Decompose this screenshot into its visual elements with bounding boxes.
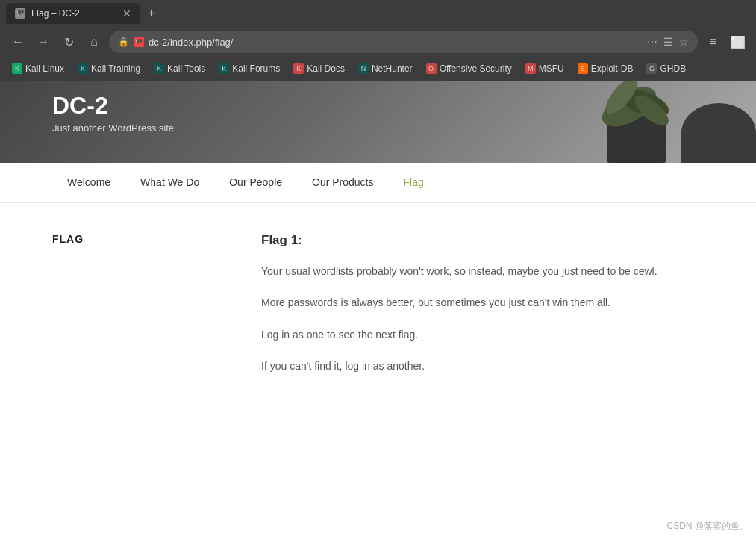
nav-link-flag[interactable]: Flag	[389, 163, 439, 202]
plant-leaves-svg	[592, 81, 681, 133]
bookmark-kali-forums[interactable]: K Kali Forums	[213, 61, 286, 76]
bookmark-kali-training[interactable]: K Kali Training	[72, 61, 146, 76]
browser-chrome: 🏴 Flag – DC-2 ✕ + ← → ↻ ⌂ 🔒 🏴 dc-2/index…	[0, 0, 756, 81]
site-subtitle: Just another WordPress site	[52, 122, 174, 134]
flag-heading: Flag 1:	[261, 233, 704, 248]
kali-linux-favicon: K	[12, 63, 22, 74]
nav-item-welcome[interactable]: Welcome	[52, 163, 125, 202]
tablet-mode-button[interactable]: ⬜	[728, 31, 749, 52]
bookmark-nethunter[interactable]: N NetHunter	[352, 61, 419, 76]
plant-pot2	[681, 103, 756, 163]
bookmark-kali-tools[interactable]: K Kali Tools	[148, 61, 211, 76]
address-bar-right: ⋯ ☰ ☆	[647, 36, 689, 48]
bookmark-offensive-security[interactable]: O Offensive Security	[420, 61, 518, 76]
flag-para-2: More passwords is always better, but som…	[261, 294, 704, 311]
security-icon: 🔒	[118, 37, 129, 47]
site-navigation: Welcome What We Do Our People Our Produc…	[0, 163, 756, 202]
bookmark-ghdb[interactable]: G GHDB	[640, 61, 692, 76]
bookmark-kali-forums-label: Kali Forums	[232, 63, 280, 74]
flag-para-3: Log in as one to see the next flag.	[261, 326, 704, 343]
sidebar-title: FLAG	[52, 233, 231, 245]
bookmark-kali-docs[interactable]: K Kali Docs	[287, 61, 351, 76]
bookmark-kali-tools-label: Kali Tools	[167, 63, 205, 74]
bookmark-msfu-label: MSFU	[539, 63, 564, 74]
reader-view-button[interactable]: ≡	[702, 31, 723, 52]
flag-heading-text: Flag 1:	[261, 233, 302, 247]
website-content: DC-2 Just another WordPress site Welcome…	[0, 81, 756, 502]
site-title: DC-2	[52, 92, 174, 120]
bookmark-kali-linux[interactable]: K Kali Linux	[6, 61, 70, 76]
nav-item-our-products[interactable]: Our Products	[297, 163, 388, 202]
offsec-favicon: O	[426, 63, 437, 74]
tab-bar: 🏴 Flag – DC-2 ✕ +	[0, 0, 756, 27]
ghdb-favicon: G	[646, 63, 657, 74]
main-content: FLAG Flag 1: Your usual wordlists probab…	[0, 203, 756, 502]
active-tab[interactable]: 🏴 Flag – DC-2 ✕	[6, 3, 140, 24]
bookmark-exploit-db[interactable]: E Exploit-DB	[572, 61, 640, 76]
nav-list: Welcome What We Do Our People Our Produc…	[52, 163, 704, 202]
nav-link-what-we-do[interactable]: What We Do	[125, 163, 214, 202]
bookmark-offsec-label: Offensive Security	[440, 63, 512, 74]
menu-dots-icon[interactable]: ⋯	[647, 36, 657, 48]
bookmarks-bar: K Kali Linux K Kali Training K Kali Tool…	[0, 57, 756, 81]
kali-tools-favicon: K	[154, 63, 164, 74]
tab-title: Flag – DC-2	[31, 8, 116, 19]
hero-section: DC-2 Just another WordPress site	[0, 81, 756, 163]
nav-link-welcome[interactable]: Welcome	[52, 163, 125, 202]
flag-para-1: Your usual wordlists probably won't work…	[261, 263, 704, 279]
msfu-favicon: M	[525, 63, 536, 74]
plant-decoration	[383, 81, 756, 163]
home-button[interactable]: ⌂	[84, 31, 104, 52]
forward-button[interactable]: →	[33, 31, 54, 52]
nav-link-our-products[interactable]: Our Products	[297, 163, 388, 202]
bookmark-kali-docs-label: Kali Docs	[307, 63, 345, 74]
bookmark-nethunter-label: NetHunter	[372, 63, 413, 74]
nav-item-what-we-do[interactable]: What We Do	[125, 163, 214, 202]
flag-para-4: If you can't find it, log in as another.	[261, 358, 704, 374]
back-button[interactable]: ←	[7, 31, 28, 52]
tab-favicon: 🏴	[15, 8, 25, 19]
new-tab-button[interactable]: +	[143, 6, 160, 22]
nav-item-our-people[interactable]: Our People	[214, 163, 297, 202]
tab-close-button[interactable]: ✕	[122, 7, 131, 19]
star-icon[interactable]: ☆	[679, 36, 689, 48]
sidebar-section: FLAG	[52, 233, 231, 472]
bookmark-kali-linux-label: Kali Linux	[25, 63, 64, 74]
bookmark-msfu[interactable]: M MSFU	[519, 61, 570, 76]
bookmark-kali-training-label: Kali Training	[91, 63, 140, 74]
address-bar[interactable]: 🔒 🏴 dc-2/index.php/flag/ ⋯ ☰ ☆	[109, 31, 698, 53]
exploit-db-favicon: E	[578, 63, 588, 74]
nav-link-our-people[interactable]: Our People	[214, 163, 297, 202]
refresh-button[interactable]: ↻	[58, 31, 79, 52]
kali-docs-favicon: K	[293, 63, 304, 74]
kali-forums-favicon: K	[219, 63, 229, 74]
bookmark-exploit-db-label: Exploit-DB	[591, 63, 634, 74]
hero-text: DC-2 Just another WordPress site	[52, 92, 174, 134]
nav-item-flag[interactable]: Flag	[389, 163, 439, 202]
pocket-icon[interactable]: ☰	[663, 36, 673, 48]
site-favicon: 🏴	[134, 37, 144, 47]
nethunter-favicon: N	[358, 63, 369, 74]
content-section: Flag 1: Your usual wordlists probably wo…	[261, 233, 704, 472]
bookmark-ghdb-label: GHDB	[660, 63, 686, 74]
navigation-bar: ← → ↻ ⌂ 🔒 🏴 dc-2/index.php/flag/ ⋯ ☰ ☆ ≡…	[0, 27, 756, 57]
address-text[interactable]: dc-2/index.php/flag/	[149, 37, 643, 48]
kali-training-favicon: K	[78, 63, 88, 74]
